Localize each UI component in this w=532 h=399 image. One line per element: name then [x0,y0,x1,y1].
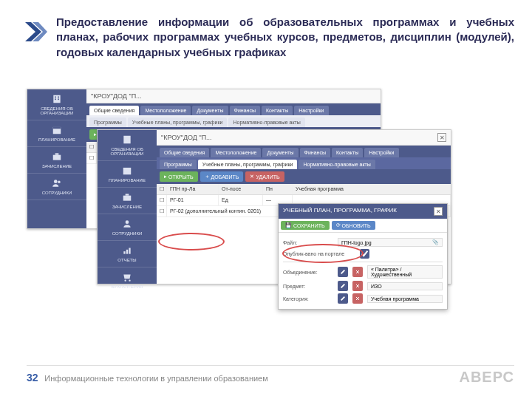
chart-icon [120,245,134,256]
tab-finance[interactable]: Финансы [230,106,260,115]
sidebar-item-enroll[interactable]: ЗАЧИСЛЕНИЕ [27,147,86,174]
sidebar-label-org: СВЕДЕНИЯ ОБ ОРГАНИЗАЦИИ [29,106,85,115]
sidebar-item-org-2[interactable]: СВЕДЕНИЯ ОБ ОРГАНИЗАЦИИ [98,130,157,161]
svg-rect-14 [126,194,129,195]
tab-programs[interactable]: Программы [89,117,126,127]
footer-text: Информационные технологии в управлении о… [44,374,267,383]
union-value: « Палитра» /Художественный [367,265,443,279]
edit-icon[interactable] [338,281,348,291]
logo-avers: АВЕРС [459,369,514,386]
svg-rect-3 [55,98,56,100]
building-icon [50,94,64,104]
svg-rect-18 [129,248,130,254]
calendar-icon [50,125,64,135]
clear-icon[interactable] [352,293,363,304]
highlight-circle-2 [282,244,364,263]
svg-point-19 [125,280,126,282]
people-icon [50,178,64,188]
panel-close-icon[interactable]: ✕ [434,207,443,216]
sidebar-item-org[interactable]: СВЕДЕНИЯ ОБ ОРГАНИЗАЦИИ [27,89,86,120]
window-header-2: "КРОУ"ДОД "П...✕ [157,130,451,146]
tab-finance-2[interactable]: Финансы [300,148,330,157]
svg-rect-17 [126,250,128,254]
svg-rect-8 [55,153,59,154]
svg-rect-6 [53,127,61,129]
tabs-primary: Общие сведения Местоположение Документы … [86,103,381,115]
clear-icon[interactable] [352,267,363,277]
svg-point-10 [58,181,61,184]
subject-value: ИЗО [367,282,443,290]
sidebar-item-staff[interactable]: СОТРУДНИКИ [27,174,86,200]
cart-icon [120,272,134,282]
tab-general[interactable]: Общие сведения [89,106,139,115]
svg-rect-16 [123,251,125,254]
calendar-icon [120,166,134,176]
tab-general-2[interactable]: Общие сведения [160,148,209,157]
file-value[interactable]: ГПН-logo.jpg📎 [338,238,443,247]
svg-rect-0 [53,95,60,103]
sidebar-label-staff: СОТРУДНИКИ [42,191,72,195]
svg-rect-1 [55,97,56,98]
tab-settings[interactable]: Настройки [294,106,328,115]
building-icon [120,134,134,145]
row-union: Объединение: « Палитра» /Художественный [283,265,443,279]
slide-title: Предоставление информации об образовател… [56,15,514,60]
page-number: 32 [27,372,38,383]
panel-refresh-button[interactable]: ⟳ОБНОВИТЬ [332,221,375,230]
sidebar-item-staff-2[interactable]: СОТРУДНИКИ [98,214,157,241]
col-check: ☐ [86,142,97,152]
tab-location-2[interactable]: Местоположение [211,148,261,157]
grid-header: ☐ ГПН пр-Ла От-посе Пн Учебная программа [157,184,451,195]
clear-icon[interactable] [352,281,363,291]
open-button-2[interactable]: ▸ОТКРЫТЬ [160,171,198,182]
tab-acts[interactable]: Нормативно-правовые акты [228,117,304,127]
panel-header: УЧЕБНЫЙ ПЛАН, ПРОГРАММА, ГРАФИК ✕ [279,204,447,219]
briefcase-icon [120,192,134,202]
slide-chevron-icon [22,19,47,44]
tab-contacts-2[interactable]: Контакты [332,148,363,157]
category-value: Учебная программа [367,295,443,303]
svg-rect-11 [123,136,130,144]
svg-rect-7 [53,155,61,160]
tab-contacts[interactable]: Контакты [262,106,293,115]
people-icon [120,219,134,229]
svg-rect-4 [58,98,59,100]
add-button-2[interactable]: ＋ДОБАВИТЬ [200,171,244,182]
panel-save-button[interactable]: 💾СОХРАНИТЬ [281,221,330,230]
svg-rect-2 [58,97,59,98]
row-subject: Предмет: ИЗО [283,281,443,291]
tab-programs-2[interactable]: Программы [160,160,197,169]
sidebar-item-enroll-2[interactable]: ЗАЧИСЛЕНИЕ [98,188,157,214]
sidebar-item-acct[interactable]: БУХГАЛТЕРИЯ [98,267,157,294]
window-header: "КРОУ"ДОД "П... [86,89,381,103]
svg-point-15 [126,220,129,224]
tab-settings-2[interactable]: Настройки [364,148,398,157]
highlight-circle-1 [158,233,225,250]
sidebar-item-plan[interactable]: ПЛАНИРОВАНИЕ [27,120,86,147]
tab-plans[interactable]: Учебные планы, программы, графики [128,117,228,127]
sidebar-label-plan: ПЛАНИРОВАНИЕ [38,137,75,142]
footer: 32 Информационные технологии в управлени… [27,365,514,386]
svg-point-20 [129,280,130,282]
sidebar-label-enroll: ЗАЧИСЛЕНИЕ [42,164,72,168]
svg-rect-13 [123,196,132,201]
sidebar-item-reports[interactable]: ОТЧЕТЫ [98,241,157,267]
briefcase-icon [50,151,64,162]
tab-acts-2[interactable]: Нормативно-правовые акты [299,160,375,169]
tab-documents-2[interactable]: Документы [262,148,298,157]
sidebar-item-plan-2[interactable]: ПЛАНИРОВАНИЕ [98,161,157,188]
svg-point-9 [54,180,58,183]
edit-icon[interactable] [338,293,348,304]
row-category: Категория: Учебная программа [283,293,443,304]
edit-icon[interactable] [338,267,348,277]
svg-rect-12 [123,168,132,174]
delete-button-2[interactable]: ✕УДАЛИТЬ [245,171,284,182]
tab-documents[interactable]: Документы [192,106,228,115]
tabs-secondary: Программы Учебные планы, программы, граф… [86,115,381,127]
close-icon[interactable]: ✕ [437,133,446,142]
tab-location[interactable]: Местоположение [140,106,191,115]
tab-plans-2[interactable]: Учебные планы, программы, графики [198,160,298,169]
